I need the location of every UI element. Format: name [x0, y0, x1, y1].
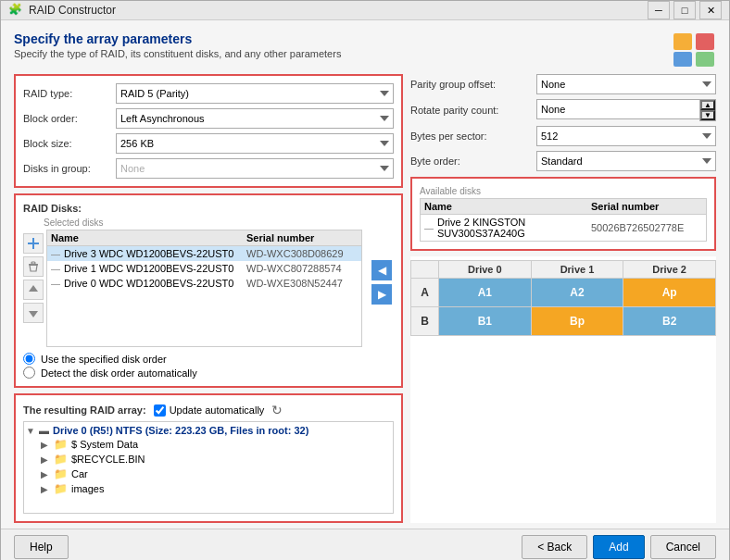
app-icon: 🧩 [8, 3, 23, 18]
folder-icon-recycle: 📁 [54, 453, 68, 466]
tree-expand-recycle: ▶ [41, 454, 50, 465]
tree-item-root[interactable]: ▼ ▬ Drive 0 (R5!) NTFS (Size: 223.23 GB,… [26, 424, 391, 437]
rotate-parity-row: Rotate parity count: ▲ ▼ [410, 99, 716, 121]
close-button[interactable]: ✕ [699, 1, 722, 19]
content-area: Specify the array parameters Specify the… [1, 20, 729, 529]
disks-in-group-select[interactable]: None [116, 158, 394, 179]
result-title: The resulting RAID array: [23, 404, 146, 416]
svg-rect-0 [673, 33, 692, 50]
viz-cell-bp: Bp [531, 307, 623, 336]
selected-serial-col: Serial number [246, 232, 358, 243]
parity-offset-row: Parity group offset: None [410, 74, 716, 94]
left-panel: RAID type: RAID 5 (Parity) Block order: … [14, 74, 403, 523]
window-controls: ─ □ ✕ [648, 1, 722, 19]
selected-table-header: Name Serial number [47, 230, 361, 246]
rotate-parity-input[interactable] [536, 99, 699, 119]
add-disk-button[interactable] [23, 233, 44, 254]
disk-order-specified-radio[interactable] [23, 353, 35, 365]
transfer-left-button[interactable]: ◀ [371, 260, 392, 280]
file-tree[interactable]: ▼ ▬ Drive 0 (R5!) NTFS (Size: 223.23 GB,… [23, 421, 394, 514]
viz-cell-a2: A2 [531, 279, 623, 307]
right-panel: Parity group offset: None Rotate parity … [410, 74, 716, 523]
block-size-row: Block size: 256 KB [23, 133, 394, 154]
selected-disk-row-0[interactable]: — Drive 3 WDC WD1200BEVS-22UST0 WD-WXC30… [47, 246, 361, 261]
update-checkbox[interactable] [154, 404, 166, 417]
viz-row-a-label: A [411, 279, 439, 307]
add-button[interactable]: Add [593, 535, 644, 559]
tree-item-images[interactable]: ▶ 📁 images [26, 481, 391, 496]
tree-expand-images: ▶ [41, 484, 50, 494]
available-name-col: Name [424, 201, 591, 212]
tree-recycle-label: $RECYCLE.BIN [71, 454, 145, 465]
back-button[interactable]: < Back [522, 535, 587, 559]
drive-icon: ▬ [39, 425, 49, 436]
page-subtitle: Specify the type of RAID, its constituen… [14, 48, 341, 59]
tree-item-system-data[interactable]: ▶ 📁 $ System Data [26, 437, 391, 452]
remove-disk-button[interactable] [23, 256, 44, 277]
viz-row-a: A A1 A2 Ap [411, 279, 716, 307]
block-order-select[interactable]: Left Asynchronous [116, 108, 394, 129]
viz-corner [411, 261, 439, 279]
raid-type-row: RAID type: RAID 5 (Parity) [23, 83, 394, 104]
update-check: Update automatically [154, 404, 265, 417]
tree-expand-root: ▼ [26, 426, 35, 436]
viz-drive1-header: Drive 1 [531, 261, 623, 279]
viz-cell-b1: B1 [439, 307, 532, 336]
svg-marker-9 [29, 311, 38, 317]
block-size-select[interactable]: 256 KB [116, 133, 394, 154]
refresh-icon[interactable]: ↻ [271, 403, 283, 417]
rotate-parity-down[interactable]: ▼ [700, 110, 715, 120]
disk-order-auto-label: Detect the disk order automatically [41, 367, 197, 379]
help-button[interactable]: Help [14, 535, 69, 559]
block-order-label: Block order: [23, 113, 116, 124]
result-header: The resulting RAID array: Update automat… [23, 403, 394, 417]
svg-rect-2 [673, 52, 692, 67]
disk-order-specified-label: Use the specified disk order [41, 354, 167, 365]
available-disk-table: Name Serial number — Drive 2 KINGSTON SU… [420, 198, 707, 242]
move-up-button[interactable] [23, 280, 44, 300]
disk-order-specified[interactable]: Use the specified disk order [23, 353, 394, 365]
available-disks-box: Available disks Name Serial number — Dri… [410, 177, 716, 251]
bytes-per-sector-select[interactable]: 512 [536, 126, 716, 146]
tree-item-recycle[interactable]: ▶ 📁 $RECYCLE.BIN [26, 452, 391, 467]
selected-disk-row-2[interactable]: — Drive 0 WDC WD1200BEVS-22UST0 WD-WXE30… [47, 276, 361, 291]
available-disk-row-0[interactable]: — Drive 2 KINGSTON SUV300S37A240G 50026B… [421, 215, 706, 241]
title-bar: 🧩 RAID Constructor ─ □ ✕ [1, 1, 729, 20]
viz-cell-a1: A1 [439, 279, 532, 307]
header-section: Specify the array parameters Specify the… [14, 31, 716, 68]
rotate-parity-spin-buttons: ▲ ▼ [699, 99, 716, 121]
block-size-label: Block size: [23, 138, 116, 149]
byte-order-select[interactable]: Standard [536, 151, 716, 171]
cancel-button[interactable]: Cancel [650, 535, 716, 559]
tree-item-car[interactable]: ▶ 📁 Car [26, 467, 391, 481]
disk-order-section: Use the specified disk order Detect the … [23, 353, 394, 379]
byte-order-row: Byte order: Standard [410, 151, 716, 171]
tree-car-label: Car [71, 468, 88, 479]
rotate-parity-up[interactable]: ▲ [700, 100, 715, 110]
disks-in-group-row: Disks in group: None [23, 158, 394, 179]
maximize-button[interactable]: □ [673, 1, 696, 19]
raid-type-select[interactable]: RAID 5 (Parity) [116, 83, 394, 104]
tree-system-label: $ System Data [71, 439, 138, 450]
viz-row-b-label: B [411, 307, 439, 336]
folder-icon-images: 📁 [54, 482, 68, 495]
move-down-button[interactable] [23, 303, 44, 323]
folder-icon-car: 📁 [54, 467, 68, 480]
tree-expand-car: ▶ [41, 469, 50, 479]
byte-order-label: Byte order: [410, 156, 531, 167]
raid-params-box: RAID type: RAID 5 (Parity) Block order: … [14, 74, 403, 188]
transfer-right-button[interactable]: ▶ [371, 284, 392, 305]
bytes-per-sector-row: Bytes per sector: 512 [410, 126, 716, 146]
parity-offset-select[interactable]: None [536, 74, 716, 94]
minimize-button[interactable]: ─ [648, 1, 670, 19]
tree-root-label: Drive 0 (R5!) NTFS (Size: 223.23 GB, Fil… [53, 425, 308, 436]
rotate-parity-spinbox: ▲ ▼ [536, 99, 716, 121]
selected-disk-row-1[interactable]: — Drive 1 WDC WD1200BEVS-22UST0 WD-WXC80… [47, 261, 361, 276]
right-params: Parity group offset: None Rotate parity … [410, 74, 716, 171]
disk-tools [23, 230, 44, 347]
disk-order-auto[interactable]: Detect the disk order automatically [23, 367, 394, 379]
update-label: Update automatically [170, 404, 265, 416]
disk-order-auto-radio[interactable] [23, 367, 35, 379]
folder-icon-system: 📁 [54, 438, 68, 451]
header-text: Specify the array parameters Specify the… [14, 31, 341, 59]
